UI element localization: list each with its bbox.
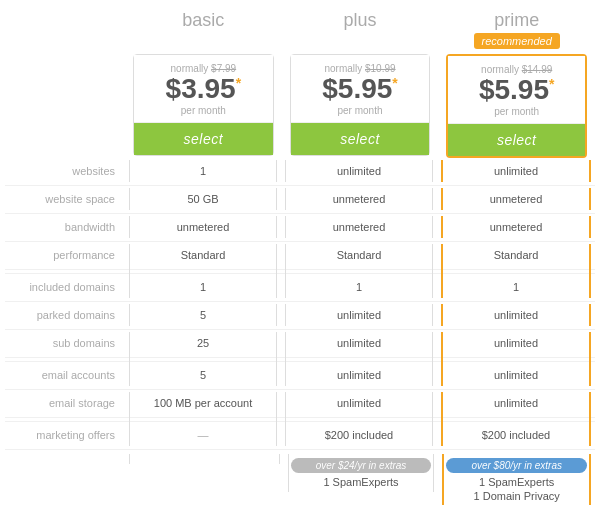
plus-card: normally $10.99 $5.95* per month select: [290, 54, 431, 156]
label-included-domains: included domains: [5, 281, 125, 293]
plus-title: plus: [343, 10, 376, 34]
feature-row-marketing: marketing offers — $200 included $200 in…: [5, 422, 595, 450]
plus-spamexperts: 1 SpamExperts: [291, 476, 432, 488]
prime-email-storage: unlimited: [441, 392, 591, 414]
plus-card-wrapper: normally $10.99 $5.95* per month select: [282, 54, 439, 158]
plus-select-top[interactable]: select: [291, 123, 430, 155]
prime-header: prime: [438, 10, 595, 31]
prime-price-section: normally $14.99 $5.95* per month: [448, 56, 585, 124]
basic-marketing: —: [129, 424, 277, 446]
prime-email-accounts: unlimited: [441, 364, 591, 386]
feature-row-extras: over $24/yr in extras 1 SpamExperts over…: [5, 450, 595, 505]
basic-extras: [129, 454, 280, 464]
basic-performance: Standard: [129, 244, 277, 266]
prime-parked-domains: unlimited: [441, 304, 591, 326]
feature-row-included-domains: included domains 1 1 1: [5, 274, 595, 302]
basic-price: $3.95*: [139, 74, 268, 105]
prime-spamexperts: 1 SpamExperts: [446, 476, 587, 488]
label-marketing: marketing offers: [5, 429, 125, 441]
feature-rows: websites 1 unlimited unlimited website s…: [5, 158, 595, 505]
prime-marketing: $200 included: [441, 424, 591, 446]
prime-card: normally $14.99 $5.95* per month select: [446, 54, 587, 158]
plus-per-month: per month: [296, 105, 425, 116]
plus-price-section: normally $10.99 $5.95* per month: [291, 55, 430, 123]
basic-parked-domains: 5: [129, 304, 277, 326]
prime-included-domains: 1: [441, 276, 591, 298]
plus-marketing: $200 included: [285, 424, 433, 446]
prime-recommended: recommended: [438, 33, 595, 52]
label-websites: websites: [5, 165, 125, 177]
feature-row-parked-domains: parked domains 5 unlimited unlimited: [5, 302, 595, 330]
basic-price-section: normally $7.99 $3.95* per month: [134, 55, 273, 123]
plus-websites: unlimited: [285, 160, 433, 182]
label-parked-domains: parked domains: [5, 309, 125, 321]
plus-parked-domains: unlimited: [285, 304, 433, 326]
label-sub-domains: sub domains: [5, 337, 125, 349]
plus-extras: over $24/yr in extras 1 SpamExperts: [288, 454, 435, 492]
basic-email-accounts: 5: [129, 364, 277, 386]
prime-bandwidth: unmetered: [441, 216, 591, 238]
prime-performance: Standard: [441, 244, 591, 266]
basic-title: basic: [182, 10, 224, 34]
prime-space: unmetered: [441, 188, 591, 210]
price-cards: normally $7.99 $3.95* per month select n…: [5, 54, 595, 158]
label-space: website space: [5, 193, 125, 205]
basic-select-top[interactable]: select: [134, 123, 273, 155]
basic-space: 50 GB: [129, 188, 277, 210]
plus-price: $5.95*: [296, 74, 425, 105]
prime-price: $5.95*: [453, 75, 580, 106]
basic-bandwidth: unmetered: [129, 216, 277, 238]
prime-select-top[interactable]: select: [448, 124, 585, 156]
feature-row-websites: websites 1 unlimited unlimited: [5, 158, 595, 186]
plus-included-domains: 1: [285, 276, 433, 298]
recommended-badge: recommended: [474, 33, 560, 49]
prime-card-wrapper: normally $14.99 $5.95* per month select: [438, 54, 595, 158]
plus-header: plus: [282, 10, 439, 31]
basic-included-domains: 1: [129, 276, 277, 298]
recommended-row: recommended: [5, 33, 595, 52]
plus-bandwidth: unmetered: [285, 216, 433, 238]
basic-card-wrapper: normally $7.99 $3.95* per month select: [125, 54, 282, 158]
prime-sub-domains: unlimited: [441, 332, 591, 354]
pricing-table: basic plus prime recommended normally $7…: [5, 10, 595, 505]
plus-performance: Standard: [285, 244, 433, 266]
feature-row-bandwidth: bandwidth unmetered unmetered unmetered: [5, 214, 595, 242]
basic-card: normally $7.99 $3.95* per month select: [133, 54, 274, 156]
prime-title: prime: [494, 10, 539, 34]
basic-header: basic: [125, 10, 282, 31]
prime-domain-privacy: 1 Domain Privacy: [446, 490, 587, 502]
prime-extras-badge: over $80/yr in extras: [446, 458, 587, 473]
prime-extras: over $80/yr in extras 1 SpamExperts 1 Do…: [442, 454, 591, 505]
label-bandwidth: bandwidth: [5, 221, 125, 233]
plan-headers: basic plus prime: [5, 10, 595, 31]
label-spacer: [5, 10, 125, 31]
plus-extras-badge: over $24/yr in extras: [291, 458, 432, 473]
label-email-accounts: email accounts: [5, 369, 125, 381]
plus-sub-domains: unlimited: [285, 332, 433, 354]
prime-per-month: per month: [453, 106, 580, 117]
plus-email-storage: unlimited: [285, 392, 433, 414]
basic-email-storage: 100 MB per account: [129, 392, 277, 414]
plus-space: unmetered: [285, 188, 433, 210]
plus-email-accounts: unlimited: [285, 364, 433, 386]
feature-row-space: website space 50 GB unmetered unmetered: [5, 186, 595, 214]
basic-per-month: per month: [139, 105, 268, 116]
prime-websites: unlimited: [441, 160, 591, 182]
basic-websites: 1: [129, 160, 277, 182]
label-email-storage: email storage: [5, 397, 125, 409]
label-performance: performance: [5, 249, 125, 261]
basic-sub-domains: 25: [129, 332, 277, 354]
feature-row-email-accounts: email accounts 5 unlimited unlimited: [5, 362, 595, 390]
